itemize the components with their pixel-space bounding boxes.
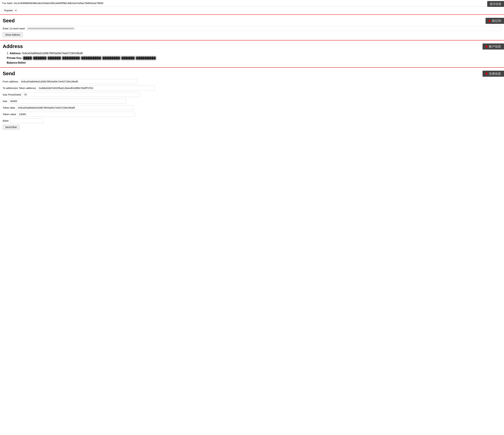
- address-line: 1. Address: 0x9ca53a80ebd1d28b78f43a50e7…: [7, 52, 501, 55]
- send-section: Send 交易信息 From address To address(or Tok…: [0, 68, 504, 133]
- gas-price-label: Gas Price(Gwei): [3, 93, 21, 96]
- seed-input[interactable]: [26, 26, 501, 31]
- gas-input[interactable]: [9, 99, 126, 104]
- address-item-1: 1. Address: 0x9ca53a80ebd1d28b78f43a50e7…: [7, 52, 501, 64]
- from-address-input[interactable]: [20, 79, 137, 84]
- token-value-input[interactable]: [18, 112, 135, 117]
- to-address-input[interactable]: [37, 86, 155, 91]
- send-ether-button[interactable]: Send Ether: [3, 125, 19, 130]
- ether-label: Ether: [3, 119, 9, 122]
- private-key-row: Private Key. ████ ██████ ██████ ████████…: [7, 56, 501, 60]
- token-data-group: Token data: [3, 105, 501, 110]
- balance-line: Balance:0ether: [7, 61, 501, 64]
- seed-section: Seed 助记词 Enter 12-word seed Show Address: [0, 15, 504, 40]
- to-address-label: To address(or Token address): [3, 87, 36, 90]
- from-address-label: From address: [3, 80, 18, 83]
- token-value-group: Token value: [3, 112, 501, 117]
- to-address-group: To address(or Token address): [3, 86, 501, 91]
- show-address-button[interactable]: Show Address: [3, 32, 23, 37]
- gas-price-group: Gas Price(Gwei): [3, 92, 501, 97]
- address-section: Address 账户信息 1. Address: 0x9ca53a80ebd1d…: [0, 40, 504, 68]
- gas-group: Gas: [3, 99, 501, 104]
- token-data-input[interactable]: [16, 105, 134, 110]
- private-key-value: ████ ██████ ██████ ████████ █████████ ██…: [23, 56, 501, 60]
- txn-hash-text: Txn hash: 0xc2c906fd6606388cda1918a0c590…: [2, 2, 103, 5]
- ether-group: Ether: [3, 118, 501, 123]
- send-red-dot: [486, 73, 487, 75]
- from-address-group: From address: [3, 79, 501, 84]
- address-number: 1.: [7, 52, 9, 55]
- private-key-label: Private Key.: [7, 56, 22, 60]
- gas-label: Gas: [3, 100, 7, 102]
- address-red-dot: [486, 45, 487, 47]
- network-select[interactable]: Ropsten Mainnet Rinkeby: [2, 8, 17, 13]
- seed-red-dot: [489, 20, 491, 22]
- gas-price-input[interactable]: [22, 92, 140, 97]
- send-title: Send: [3, 71, 501, 76]
- balance-value: 0ether: [18, 61, 26, 64]
- address-title: Address: [3, 44, 501, 49]
- send-badge: 交易信息: [483, 71, 504, 77]
- seed-input-label: Enter 12-word seed: [3, 27, 25, 30]
- balance-label: Balance:: [7, 61, 18, 64]
- token-data-label: Token data: [3, 106, 15, 109]
- seed-badge: 助记词: [486, 18, 504, 24]
- address-value: 0x9ca53a80ebd1d28b78f43a50e74e527284196a…: [22, 52, 83, 55]
- network-row: Ropsten Mainnet Rinkeby: [0, 6, 504, 15]
- seed-input-row: Enter 12-word seed: [3, 26, 501, 31]
- address-badge: 账户信息: [483, 44, 504, 49]
- txn-hash-bar: Txn hash: 0xc2c906fd6606388cda1918a0c590…: [0, 0, 504, 6]
- tooltip-badge: 提示信息: [487, 1, 504, 7]
- ether-input[interactable]: [10, 118, 44, 123]
- seed-title: Seed: [3, 18, 501, 24]
- address-label: Address:: [10, 52, 21, 55]
- token-value-label: Token value: [3, 113, 16, 116]
